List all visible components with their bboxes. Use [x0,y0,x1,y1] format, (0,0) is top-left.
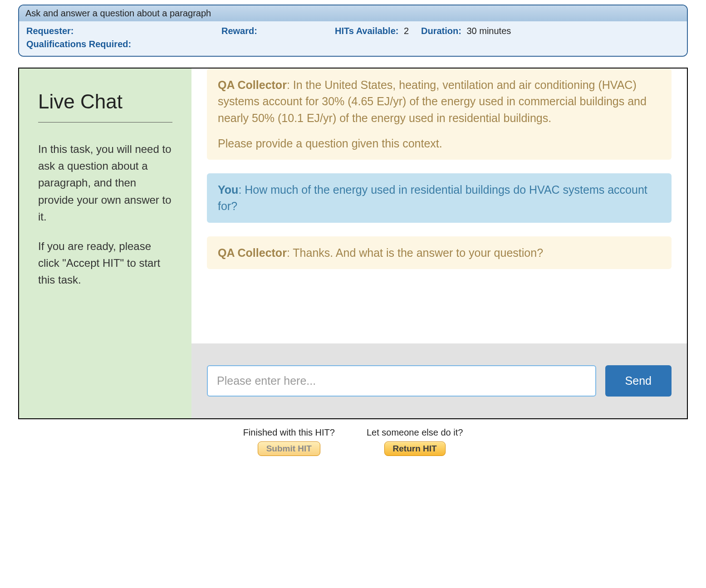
chat-sender-label: QA Collector [218,78,287,91]
chat-message-you: You: How much of the energy used in resi… [207,173,672,223]
chat-message-text: Thanks. And what is the answer to your q… [293,246,543,259]
else-prompt: Let someone else do it? [367,427,463,438]
duration-label: Duration: [421,26,461,36]
chat-input-bar: Send [191,343,687,418]
return-hit-button[interactable]: Return HIT [384,441,446,456]
chat-message-text: How much of the energy used in residenti… [218,183,647,212]
chat-messages[interactable]: QA Collector: In the United States, heat… [191,69,687,343]
chat-message-bot: QA Collector: Thanks. And what is the an… [207,236,672,269]
hit-footer: Finished with this HIT? Submit HIT Let s… [18,427,688,456]
task-frame: Live Chat In this task, you will need to… [18,68,688,419]
hit-requester: Requester: [26,26,221,36]
finished-prompt: Finished with this HIT? [243,427,335,438]
chat-sender-label: QA Collector [218,246,287,259]
hit-meta: Requester: Reward: HITs Available: 2 Dur… [19,21,687,56]
footer-return-col: Let someone else do it? Return HIT [367,427,463,456]
sidebar-heading: Live Chat [38,90,172,113]
submit-hit-button[interactable]: Submit HIT [258,441,320,456]
hit-hits-available: HITs Available: 2 [335,26,421,36]
hits-available-label: HITs Available: [335,26,398,36]
reward-label: Reward: [221,26,257,36]
qualifications-label: Qualifications Required: [26,39,131,49]
requester-label: Requester: [26,26,74,36]
sidebar-divider [38,122,172,122]
chat-area: QA Collector: In the United States, heat… [191,69,687,418]
sidebar-paragraph-1: In this task, you will need to ask a que… [38,141,172,225]
hit-reward: Reward: [221,26,335,36]
hits-available-value: 2 [404,26,409,36]
hit-duration: Duration: 30 minutes [421,26,511,36]
sidebar: Live Chat In this task, you will need to… [19,69,191,418]
chat-sender-label: You [218,183,238,196]
chat-input[interactable] [207,365,596,397]
duration-value: 30 minutes [466,26,511,36]
hit-title: Ask and answer a question about a paragr… [19,5,687,21]
chat-message-followup: Please provide a question given this con… [218,135,661,152]
sidebar-paragraph-2: If you are ready, please click "Accept H… [38,238,172,289]
send-button[interactable]: Send [605,365,672,397]
chat-message-bot: QA Collector: In the United States, heat… [207,69,672,160]
footer-submit-col: Finished with this HIT? Submit HIT [243,427,335,456]
hit-header: Ask and answer a question about a paragr… [18,5,688,57]
